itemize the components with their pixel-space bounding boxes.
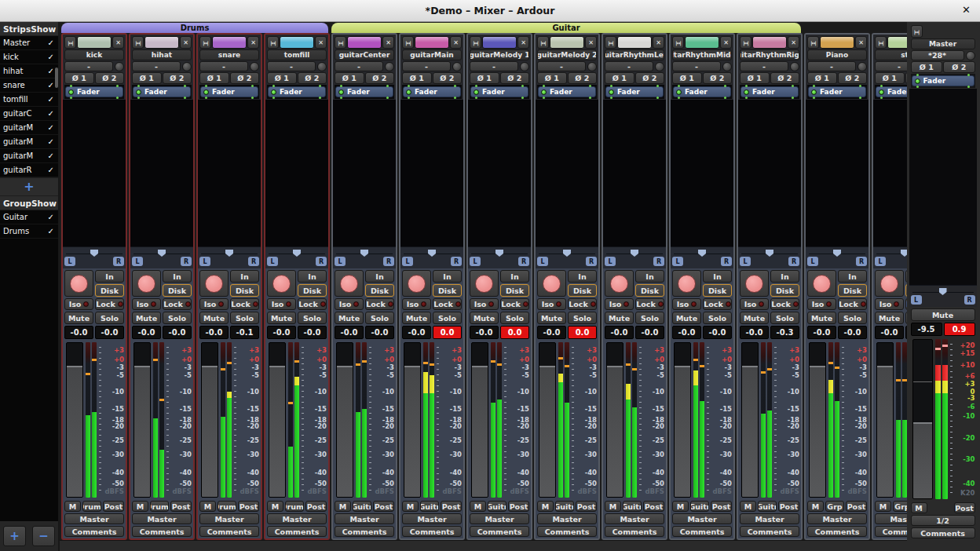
monitor-input-button[interactable]: In <box>230 270 259 283</box>
close-strip-icon[interactable]: ✕ <box>112 36 124 49</box>
solo-button[interactable]: Solo <box>298 312 327 324</box>
processor-led[interactable] <box>609 89 614 95</box>
solo-isolate-button[interactable]: Iso <box>267 298 296 310</box>
mono-button[interactable]: M <box>64 501 81 512</box>
gain-display[interactable]: -0.0 <box>605 326 634 339</box>
solo-button[interactable]: Solo <box>635 312 664 324</box>
pan-left-button[interactable]: L <box>672 257 683 266</box>
group-button[interactable]: Drums <box>285 501 304 512</box>
pan-right-button[interactable]: R <box>316 257 327 266</box>
pan-right-button[interactable]: R <box>586 257 597 266</box>
pan-control[interactable]: L R <box>738 246 801 268</box>
solo-lock-button[interactable]: Lock <box>635 298 664 310</box>
mono-button[interactable]: M <box>335 501 351 512</box>
processor-box[interactable] <box>603 100 666 246</box>
phase-1-button[interactable]: Ø 1 <box>132 72 162 84</box>
trim-menu-button[interactable]: - <box>807 61 856 71</box>
strip-color-button[interactable] <box>887 36 907 49</box>
mono-button[interactable]: M <box>199 501 216 512</box>
strip-color-button[interactable] <box>415 36 449 49</box>
strip-color-button[interactable] <box>482 36 517 49</box>
monitor-disk-button[interactable]: Disk <box>500 284 529 297</box>
peak-display[interactable]: -0.1 <box>230 326 259 339</box>
strip-list-item[interactable]: guitarM✓ <box>0 135 58 149</box>
output-routing-button[interactable]: Master <box>807 513 867 524</box>
pan-handle[interactable] <box>631 250 638 257</box>
monitor-input-button[interactable]: In <box>770 270 799 283</box>
processor-box[interactable] <box>671 100 733 246</box>
phase-2-button[interactable]: Ø 2 <box>568 72 598 84</box>
strip-color-button[interactable] <box>752 36 787 49</box>
mute-button[interactable]: Mute <box>605 312 634 324</box>
pan-control[interactable]: L R <box>468 246 531 268</box>
monitor-input-button[interactable]: In <box>568 270 597 283</box>
peak-display[interactable]: -0.0 <box>635 326 664 339</box>
fader-processor[interactable]: Fader <box>605 86 664 97</box>
gain-fader[interactable] <box>606 342 623 498</box>
narrow-strip-icon[interactable]: |↔| <box>267 36 279 49</box>
record-arm-button[interactable] <box>537 270 566 297</box>
peak-display[interactable]: 0.9 <box>944 323 975 336</box>
processor-led[interactable] <box>406 89 411 95</box>
group-button[interactable]: Guitr <box>555 501 574 512</box>
mute-button[interactable]: Mute <box>402 312 431 324</box>
pan-handle[interactable] <box>698 250 706 257</box>
pan-right-button[interactable]: R <box>788 257 799 266</box>
narrow-strip-icon[interactable]: |↔| <box>335 36 346 49</box>
output-routing-button[interactable]: Master <box>605 513 664 524</box>
strip-name-button[interactable]: Piano <box>807 49 867 60</box>
monitor-input-button[interactable]: In <box>163 270 192 283</box>
trim-menu-button[interactable]: - <box>740 61 788 71</box>
processor-led[interactable] <box>68 89 74 95</box>
monitor-disk-button[interactable]: Disk <box>770 284 799 297</box>
phase-2-button[interactable]: Ø 2 <box>770 72 800 84</box>
processor-led[interactable] <box>915 78 920 84</box>
solo-lock-button[interactable]: Lock <box>298 298 327 310</box>
master-name-button[interactable]: Master <box>911 38 975 49</box>
trim-knob[interactable] <box>317 62 327 71</box>
solo-button[interactable]: Solo <box>230 312 259 324</box>
solo-lock-button[interactable]: Lock <box>365 298 394 310</box>
solo-isolate-button[interactable]: Iso <box>402 298 431 310</box>
phase-2-button[interactable]: Ø 2 <box>703 72 733 84</box>
trim-menu-button[interactable]: - <box>199 61 248 71</box>
add-strip-button[interactable]: + <box>0 177 58 196</box>
check-icon[interactable]: ✓ <box>48 151 54 160</box>
gain-fader[interactable] <box>674 342 691 498</box>
pan-right-button[interactable]: R <box>383 257 394 266</box>
monitor-disk-button[interactable]: Disk <box>95 284 124 297</box>
phase-2-button[interactable]: Ø 2 <box>838 72 868 84</box>
monitor-input-button[interactable]: In <box>365 270 394 283</box>
pan-handle[interactable] <box>428 250 436 257</box>
mono-button[interactable]: M <box>470 501 486 512</box>
gain-display[interactable]: -0.0 <box>672 326 701 339</box>
fader-handle[interactable] <box>913 422 932 424</box>
pan-control[interactable]: L R <box>909 285 977 307</box>
phase-2-button[interactable]: Ø 2 <box>943 61 975 73</box>
widen-strips-button[interactable]: + <box>3 526 26 546</box>
peak-display[interactable]: -0.0 <box>838 326 867 339</box>
fader-handle[interactable] <box>337 366 353 367</box>
strip-list-item[interactable]: snare✓ <box>0 78 58 93</box>
trim-menu-button[interactable]: - <box>267 61 316 71</box>
output-routing-button[interactable]: Master <box>470 513 529 524</box>
monitor-disk-button[interactable]: Disk <box>433 284 462 297</box>
record-arm-button[interactable] <box>605 270 634 297</box>
group-button[interactable]: Guitr <box>488 501 506 512</box>
fader-processor[interactable]: Fader <box>673 86 731 97</box>
fader-processor[interactable]: Fader <box>133 86 191 97</box>
gain-display[interactable]: -0.0 <box>267 326 296 339</box>
solo-isolate-button[interactable]: Iso <box>605 298 634 310</box>
output-routing-button[interactable]: Master <box>64 513 124 524</box>
trim-menu-button[interactable]: - <box>402 61 451 71</box>
trim-knob[interactable] <box>722 62 732 71</box>
narrow-strip-icon[interactable]: |↔| <box>911 25 923 38</box>
processor-box[interactable] <box>468 100 531 246</box>
fader-processor[interactable]: Fader <box>876 86 907 97</box>
strip-color-button[interactable] <box>685 36 719 49</box>
check-icon[interactable]: ✓ <box>48 123 54 132</box>
processor-box[interactable] <box>333 100 396 246</box>
mute-button[interactable]: Mute <box>267 312 296 324</box>
monitor-disk-button[interactable]: Disk <box>298 284 327 297</box>
narrow-strip-icon[interactable]: |↔| <box>64 36 76 49</box>
